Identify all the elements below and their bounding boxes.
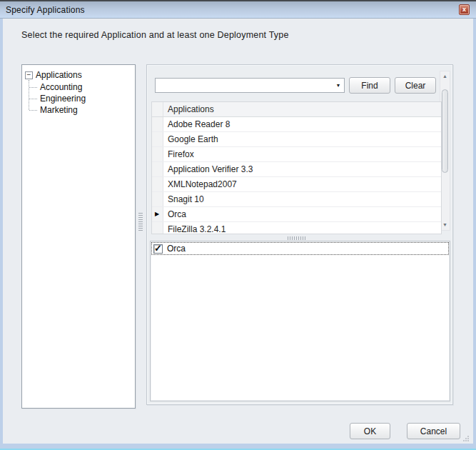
- clear-button[interactable]: Clear: [395, 77, 436, 94]
- chevron-down-icon[interactable]: ▼: [333, 79, 344, 92]
- row-label[interactable]: FileZilla 3.2.4.1: [163, 222, 441, 234]
- table-row[interactable]: XMLNotepad2007: [152, 177, 441, 192]
- instruction-text: Select the required Application and at l…: [21, 30, 289, 40]
- table-row[interactable]: Adobe Reader 8: [152, 117, 441, 132]
- window-border-left: [0, 19, 3, 450]
- checkmark-icon: ✓: [154, 243, 162, 254]
- row-selector[interactable]: [152, 117, 163, 131]
- row-label[interactable]: XMLNotepad2007: [163, 177, 441, 191]
- collapse-icon[interactable]: −: [25, 71, 33, 79]
- find-button[interactable]: Find: [349, 77, 390, 94]
- window-border-right: [473, 19, 476, 450]
- specify-applications-dialog: Specify Applications x Select the requir…: [0, 0, 476, 450]
- row-selector[interactable]: [152, 222, 163, 234]
- window-border-bottom: [0, 444, 476, 449]
- splitter-grip-icon: [288, 236, 306, 240]
- row-selector[interactable]: [152, 147, 163, 161]
- row-label[interactable]: Application Verifier 3.3: [163, 162, 441, 176]
- row-label[interactable]: Google Earth: [163, 132, 441, 146]
- row-label[interactable]: Firefox: [163, 147, 441, 161]
- tree-node-engineering[interactable]: Engineering: [29, 93, 132, 104]
- applications-grid: Applications Adobe Reader 8 Google Earth…: [151, 101, 442, 234]
- grid-header-label: Applications: [163, 102, 441, 116]
- tree-children: Accounting Engineering Marketing: [29, 81, 132, 116]
- table-row[interactable]: FileZilla 3.2.4.1: [152, 222, 441, 234]
- row-selector[interactable]: ▶: [152, 207, 163, 221]
- table-row[interactable]: Application Verifier 3.3: [152, 162, 441, 177]
- scroll-up-icon[interactable]: ▲: [440, 71, 450, 81]
- table-row-selected[interactable]: ▶ Orca: [152, 207, 441, 222]
- vertical-splitter[interactable]: [137, 64, 146, 409]
- search-input[interactable]: [156, 79, 333, 92]
- splitter-grip-icon: [138, 213, 143, 231]
- table-row[interactable]: Snagit 10: [152, 192, 441, 207]
- tree-node-marketing[interactable]: Marketing: [29, 104, 132, 116]
- grid-header-row: Applications: [152, 102, 441, 117]
- resize-grip-icon[interactable]: [467, 440, 469, 441]
- applications-tree: − Applications Accounting Engineering Ma…: [21, 64, 136, 409]
- row-selector[interactable]: [152, 177, 163, 191]
- deployment-type-list: ✓ Orca: [150, 241, 450, 401]
- row-selector[interactable]: [152, 192, 163, 206]
- header-selector-cell: [152, 102, 163, 116]
- tree-node-accounting[interactable]: Accounting: [29, 81, 132, 93]
- deployment-type-label: Orca: [167, 244, 186, 254]
- row-label[interactable]: Orca: [163, 207, 441, 221]
- row-selector[interactable]: [152, 132, 163, 146]
- titlebar[interactable]: Specify Applications x: [0, 1, 476, 19]
- row-label[interactable]: Snagit 10: [163, 192, 441, 206]
- close-icon[interactable]: x: [459, 4, 470, 15]
- tree-node-applications[interactable]: − Applications: [25, 69, 132, 81]
- checkbox[interactable]: ✓: [153, 244, 163, 254]
- row-label[interactable]: Adobe Reader 8: [163, 117, 441, 131]
- current-row-icon: ▶: [155, 211, 159, 217]
- horizontal-splitter[interactable]: [151, 235, 442, 241]
- applications-panel: ▼ Find Clear ▲ ▼ Applications Adobe Read…: [146, 64, 453, 405]
- window-title: Specify Applications: [6, 5, 85, 15]
- tree-root-label: Applications: [36, 70, 82, 80]
- list-item[interactable]: ✓ Orca: [151, 242, 449, 255]
- ok-button[interactable]: OK: [350, 423, 390, 439]
- table-row[interactable]: Google Earth: [152, 132, 441, 147]
- table-row[interactable]: Firefox: [152, 147, 441, 162]
- scrollbar-thumb[interactable]: [442, 89, 448, 173]
- search-combobox[interactable]: ▼: [155, 78, 345, 93]
- row-selector[interactable]: [152, 162, 163, 176]
- cancel-button[interactable]: Cancel: [407, 423, 460, 439]
